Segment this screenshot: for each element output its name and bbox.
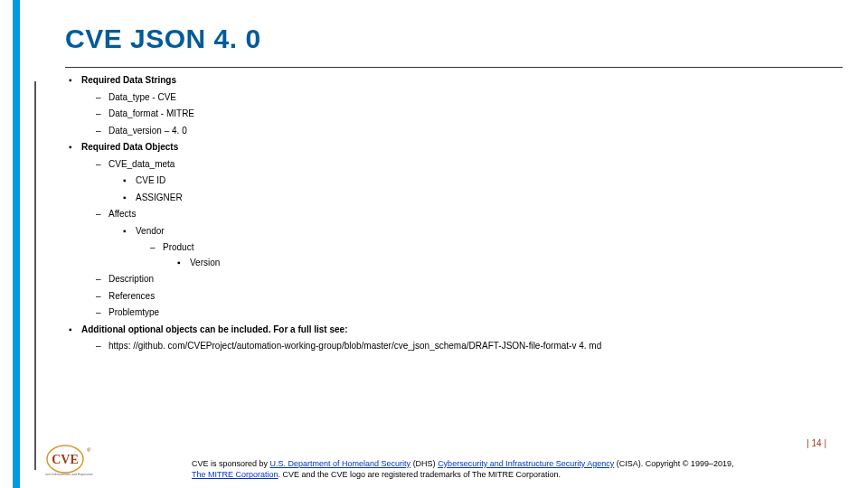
list-item: –Data_type - CVE <box>96 92 823 104</box>
list-item: ▪Vendor <box>123 226 823 238</box>
list-item: –Affects <box>96 209 823 221</box>
list-item: –References <box>96 291 823 303</box>
list-item: –Problemtype <box>96 307 823 319</box>
page-title: CVE JSON 4. 0 <box>65 23 823 54</box>
footer-text: (DHS) <box>410 459 438 468</box>
footer-text: CVE is sponsored by <box>192 459 270 468</box>
list-item: ▪ASSIGNER <box>123 192 823 204</box>
list-item: ▪Version <box>177 258 823 269</box>
list-item: ▪CVE ID <box>123 175 823 187</box>
list-item: –Product <box>150 242 823 254</box>
accent-bar <box>13 0 20 488</box>
section-heading: ▪Additional optional objects can be incl… <box>69 324 823 336</box>
footer-text: . CVE and the CVE logo are registered tr… <box>278 470 561 479</box>
footer-link-cisa[interactable]: Cybersecurity and Infrastructure Securit… <box>438 459 614 468</box>
list-item: –Description <box>96 274 823 286</box>
footer-text: (CISA). Copyright © 1999–2019, <box>614 459 733 468</box>
footer-link-dhs[interactable]: U.S. Department of Homeland Security <box>270 459 411 468</box>
list-item: –CVE_data_meta <box>96 159 823 171</box>
svg-text:®: ® <box>87 447 91 453</box>
list-item: –Data_version – 4. 0 <box>96 126 823 137</box>
title-divider <box>65 67 843 68</box>
content-body: ▪Required Data Strings –Data_type - CVE … <box>65 75 823 352</box>
list-item: –https: //github. com/CVEProject/automat… <box>96 341 823 352</box>
section-heading: ▪Required Data Objects <box>69 142 823 154</box>
footer: CVE is sponsored by U.S. Department of H… <box>65 458 825 481</box>
inner-border <box>34 81 36 470</box>
section-heading: ▪Required Data Strings <box>69 75 823 87</box>
page-number: | 14 | <box>807 438 826 448</box>
footer-link-mitre[interactable]: The MITRE Corporation <box>192 470 278 479</box>
list-item: –Data_format - MITRE <box>96 108 823 120</box>
